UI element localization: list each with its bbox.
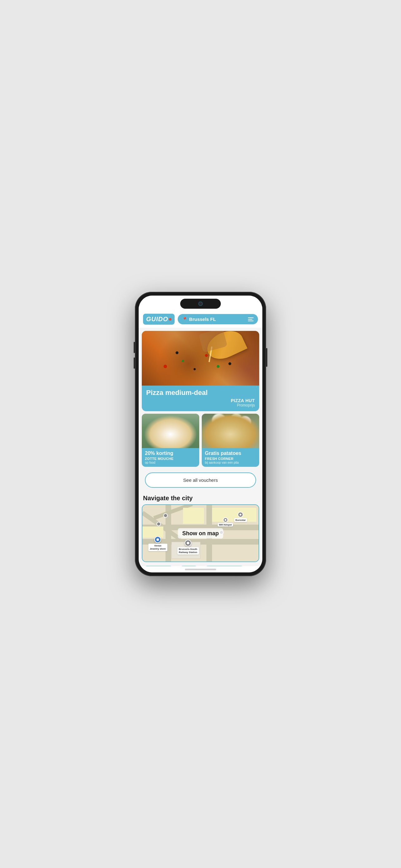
brussels-pin-label: Brussels-SouthRailway Station bbox=[177, 547, 199, 555]
small-cards-row: 20% korting ZOTTE MOUCHE op food Gratis … bbox=[142, 414, 259, 467]
hero-info: Pizza medium-deal PIZZA HUT Promoprijs bbox=[142, 385, 259, 411]
eurostar-pin-dot bbox=[238, 512, 243, 518]
app-header: GUIDO 📍 Brussels FL bbox=[139, 311, 262, 328]
see-all-wrapper: See all vouchers bbox=[139, 469, 262, 491]
menu-icon[interactable] bbox=[248, 317, 254, 321]
venizi-pin-inner bbox=[157, 538, 159, 541]
phone-frame: GUIDO 📍 Brussels FL bbox=[135, 292, 266, 576]
see-all-vouchers-button[interactable]: See all vouchers bbox=[145, 472, 256, 488]
app-content: GUIDO 📍 Brussels FL bbox=[139, 311, 262, 566]
location-pin-icon: 📍 bbox=[182, 317, 188, 322]
hero-subtitle: Promoprijs bbox=[237, 403, 255, 407]
location-text: Brussels FL bbox=[189, 316, 216, 322]
map-pin-venizi: VeniziJewelry store bbox=[148, 536, 167, 552]
map-overlay-label: Show on map bbox=[178, 528, 223, 538]
logo-dot bbox=[169, 318, 171, 320]
category-pills: Beverages Food Sports & leisure bbox=[139, 562, 262, 566]
wifi-pin-inner bbox=[225, 519, 226, 521]
eurostar-pin-inner bbox=[239, 514, 241, 516]
home-indicator bbox=[185, 569, 216, 570]
wifi-pin-label: Wifi Hotspot bbox=[218, 523, 233, 526]
notch bbox=[180, 299, 221, 309]
location-bar[interactable]: 📍 Brussels FL bbox=[178, 314, 258, 324]
small-card-image-1 bbox=[202, 414, 259, 448]
hero-brand: PIZZA HUT bbox=[231, 398, 255, 403]
map-block-yellow1 bbox=[183, 508, 204, 524]
camera-icon bbox=[199, 302, 202, 306]
map-pin-eurostar: Eurostar bbox=[234, 512, 247, 522]
pita-image bbox=[202, 414, 259, 448]
small-card-1[interactable]: Gratis patatoes FRESH CORNER bij aankoop… bbox=[202, 414, 259, 467]
pizza-overlay bbox=[142, 331, 259, 385]
small-deal-title-1: Gratis patatoes bbox=[205, 451, 256, 456]
map-marker-2 bbox=[157, 522, 161, 526]
eurostar-pin-label: Eurostar bbox=[234, 518, 247, 522]
navigate-section-title: Navigate the city bbox=[139, 491, 262, 504]
wifi-pin-dot bbox=[223, 518, 228, 522]
map-pin-wifi: Wifi Hotspot bbox=[218, 518, 233, 526]
hero-deal-title: Pizza medium-deal bbox=[146, 389, 255, 397]
small-sub-1: bij aankoop van een pita bbox=[205, 461, 256, 464]
map-background: VeniziJewelry store Brussels-SouthRailwa… bbox=[142, 505, 259, 561]
brussels-pin-inner bbox=[187, 542, 189, 544]
map-container[interactable]: VeniziJewelry store Brussels-SouthRailwa… bbox=[142, 504, 259, 562]
logo[interactable]: GUIDO bbox=[143, 314, 175, 324]
map-pin-brussels: Brussels-SouthRailway Station bbox=[177, 539, 199, 555]
small-brand-0: ZOTTE MOUCHE bbox=[145, 457, 196, 461]
small-deal-title-0: 20% korting bbox=[145, 451, 196, 456]
pasta-image bbox=[142, 414, 199, 448]
status-bar bbox=[139, 296, 262, 311]
brussels-pin-dot bbox=[185, 539, 192, 547]
hero-image bbox=[142, 331, 259, 385]
hero-card[interactable]: Pizza medium-deal PIZZA HUT Promoprijs bbox=[142, 331, 259, 411]
small-brand-1: FRESH CORNER bbox=[205, 457, 256, 461]
volume-up-button[interactable] bbox=[134, 342, 135, 353]
venizi-pin-label: VeniziJewelry store bbox=[148, 544, 167, 552]
small-card-0[interactable]: 20% korting ZOTTE MOUCHE op food bbox=[142, 414, 199, 467]
small-card-info-1: Gratis patatoes FRESH CORNER bij aankoop… bbox=[202, 448, 259, 467]
logo-text: GUIDO bbox=[146, 316, 168, 323]
map-marker-1 bbox=[163, 514, 168, 518]
location-left: 📍 Brussels FL bbox=[182, 316, 216, 322]
phone-screen: GUIDO 📍 Brussels FL bbox=[139, 296, 262, 572]
volume-down-button[interactable] bbox=[134, 358, 135, 369]
bottom-bar bbox=[139, 566, 262, 572]
small-sub-0: op food bbox=[145, 461, 196, 464]
small-card-info-0: 20% korting ZOTTE MOUCHE op food bbox=[142, 448, 199, 467]
venizi-pin-dot bbox=[154, 536, 161, 543]
small-card-image-0 bbox=[142, 414, 199, 448]
power-button[interactable] bbox=[266, 348, 267, 367]
hero-brand-row: PIZZA HUT Promoprijs bbox=[146, 398, 255, 407]
